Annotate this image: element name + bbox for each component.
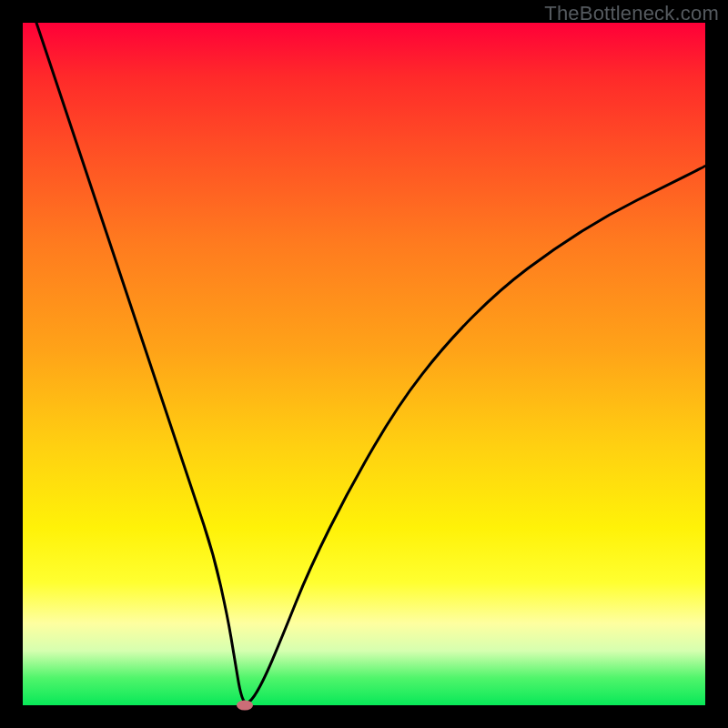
chart-frame: TheBottleneck.com [0, 0, 728, 728]
curve-svg [23, 23, 705, 705]
bottleneck-curve [36, 23, 705, 703]
plot-area [23, 23, 705, 705]
optimum-marker [237, 701, 253, 711]
